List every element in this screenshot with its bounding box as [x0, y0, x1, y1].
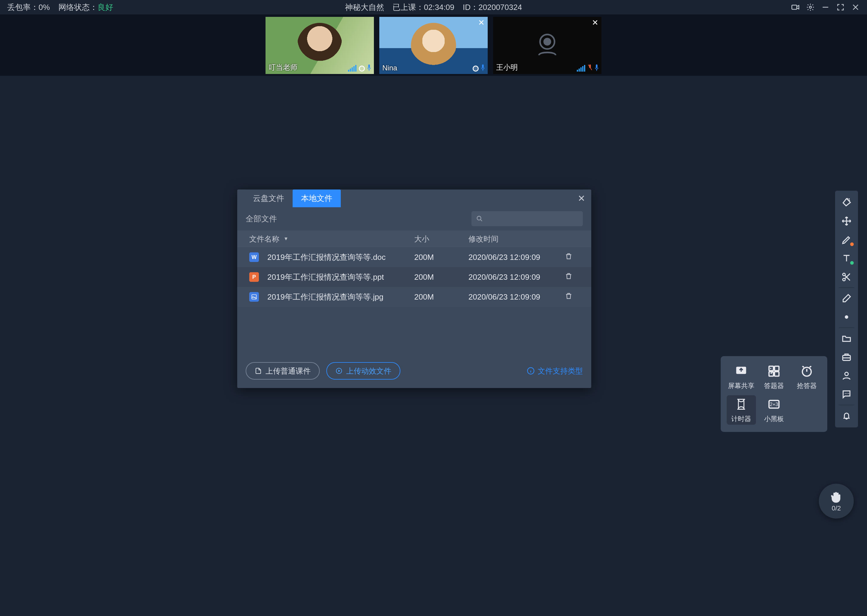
file-dialog: 云盘文件 本地文件 ✕ 全部文件 文件名称 ▼ 大小 修改时间 W 2019年工… [237, 190, 591, 388]
close-icon[interactable] [851, 3, 860, 11]
folder-tool[interactable] [837, 329, 856, 348]
timer-button[interactable]: 计时器 [727, 395, 756, 425]
delete-file-icon[interactable] [565, 292, 583, 302]
laser-pointer-tool[interactable] [837, 193, 856, 212]
search-icon [476, 215, 483, 222]
chat-tool[interactable] [837, 385, 856, 404]
file-time: 2020/06/23 12:09:09 [468, 253, 565, 262]
all-files-label: 全部文件 [246, 214, 277, 224]
svg-point-27 [845, 393, 846, 394]
remove-participant-icon[interactable]: ✕ [592, 18, 599, 27]
file-name: 2019年工作汇报情况查询等等.ppt [267, 272, 384, 283]
svg-point-22 [843, 273, 845, 276]
tools-popover: 屏幕共享 答题器 抢答器 计时器 2+3 小黑板 [721, 356, 827, 432]
text-tool[interactable] [837, 249, 856, 268]
raise-hand-button[interactable]: 0/2 [819, 484, 854, 519]
mini-board-button[interactable]: 2+3 小黑板 [760, 395, 789, 425]
image-file-icon [249, 292, 259, 302]
file-list: W 2019年工作汇报情况查询等等.doc 200M 2020/06/23 12… [237, 247, 591, 307]
user-tool[interactable] [837, 366, 856, 385]
tab-local-files[interactable]: 本地文件 [293, 190, 341, 207]
file-name: 2019年工作汇报情况查询等等.doc [267, 252, 386, 262]
col-header-name[interactable]: 文件名称 [249, 234, 279, 244]
camera-status-icon [473, 66, 479, 72]
move-tool[interactable] [837, 212, 856, 230]
file-row[interactable]: 2019年工作汇报情况查询等等.jpg 200M 2020/06/23 12:0… [237, 287, 591, 307]
eraser-tool[interactable] [837, 289, 856, 308]
file-name: 2019年工作汇报情况查询等等.jpg [267, 292, 383, 302]
scissors-tool[interactable] [837, 268, 856, 286]
svg-point-1 [810, 6, 812, 8]
minimize-icon[interactable] [821, 3, 830, 11]
svg-rect-13 [596, 64, 597, 68]
fullscreen-icon[interactable] [836, 3, 845, 11]
elapsed-time: 已上课：02:34:09 [393, 2, 454, 13]
raise-hand-count: 0/2 [832, 504, 841, 512]
remove-participant-icon[interactable]: ✕ [478, 18, 485, 27]
file-size: 200M [414, 272, 468, 282]
file-time: 2020/06/23 12:09:09 [468, 272, 565, 282]
settings-icon[interactable] [806, 3, 815, 11]
screen-share-button[interactable]: 屏幕共享 [727, 362, 756, 391]
upload-normal-button[interactable]: 上传普通课件 [246, 362, 320, 380]
supported-types-link[interactable]: 文件支持类型 [527, 366, 583, 376]
svg-point-15 [477, 216, 481, 220]
participant-name: 叮当老师 [268, 63, 298, 72]
svg-text:2+3: 2+3 [770, 402, 778, 407]
camera-toggle-icon[interactable] [791, 3, 799, 11]
file-size: 200M [414, 253, 468, 262]
svg-rect-32 [775, 366, 779, 371]
participant-name: Nina [382, 64, 397, 72]
search-input[interactable] [471, 211, 583, 226]
mic-muted-icon [588, 64, 593, 72]
col-header-time[interactable]: 修改时间 [468, 234, 565, 244]
tool-rail [835, 191, 858, 427]
file-row[interactable]: W 2019年工作汇报情况查询等等.doc 200M 2020/06/23 12… [237, 247, 591, 267]
video-tile[interactable]: ✕ Nina [379, 17, 488, 74]
bell-tool[interactable] [837, 406, 856, 425]
mic-icon [481, 64, 485, 72]
toolbox-tool[interactable] [837, 348, 856, 366]
svg-line-16 [481, 220, 482, 222]
answer-tool-button[interactable]: 答题器 [760, 362, 789, 391]
mic-icon [367, 64, 372, 72]
sort-desc-icon[interactable]: ▼ [284, 236, 288, 242]
svg-rect-7 [482, 64, 484, 68]
svg-rect-0 [792, 5, 796, 9]
camera-off-icon [531, 28, 564, 63]
participant-name: 王小明 [496, 63, 518, 72]
video-strip: 叮当老师 ✕ Nina ✕ 王小明 [0, 14, 867, 76]
session-id: ID：2020070324 [463, 2, 522, 13]
video-tile[interactable]: ✕ 王小明 [493, 17, 602, 74]
file-row[interactable]: P 2019年工作汇报情况查询等等.ppt 200M 2020/06/23 12… [237, 267, 591, 287]
svg-point-24 [845, 315, 848, 319]
svg-rect-31 [769, 366, 773, 371]
tab-cloud-files[interactable]: 云盘文件 [244, 190, 293, 207]
svg-rect-5 [368, 64, 370, 68]
buzzer-button[interactable]: 抢答器 [792, 362, 821, 391]
signal-icon [348, 64, 356, 72]
file-time: 2020/06/23 12:09:09 [468, 292, 565, 302]
delete-file-icon[interactable] [565, 252, 583, 262]
color-picker-tool[interactable] [837, 308, 856, 326]
svg-point-29 [848, 393, 849, 394]
dialog-close-icon[interactable]: ✕ [578, 193, 585, 204]
packet-loss: 丢包率：0% [7, 2, 50, 13]
camera-status-icon [359, 66, 365, 72]
svg-point-28 [847, 393, 847, 394]
upload-dynamic-button[interactable]: 上传动效文件 [326, 362, 400, 380]
pen-tool[interactable] [837, 230, 856, 249]
signal-icon [577, 64, 585, 72]
delete-file-icon[interactable] [565, 272, 583, 282]
top-status-bar: 丢包率：0% 网络状态：良好 神秘大自然 已上课：02:34:09 ID：202… [0, 0, 867, 14]
video-tile[interactable]: 叮当老师 [265, 17, 374, 74]
doc-file-icon: W [249, 252, 259, 262]
ppt-file-icon: P [249, 272, 259, 282]
mic-icon [594, 64, 599, 72]
network-status: 网络状态：良好 [58, 2, 113, 13]
file-size: 200M [414, 292, 468, 302]
svg-point-10 [544, 39, 550, 45]
svg-rect-34 [775, 372, 779, 376]
svg-point-26 [845, 372, 848, 376]
col-header-size[interactable]: 大小 [414, 234, 468, 244]
